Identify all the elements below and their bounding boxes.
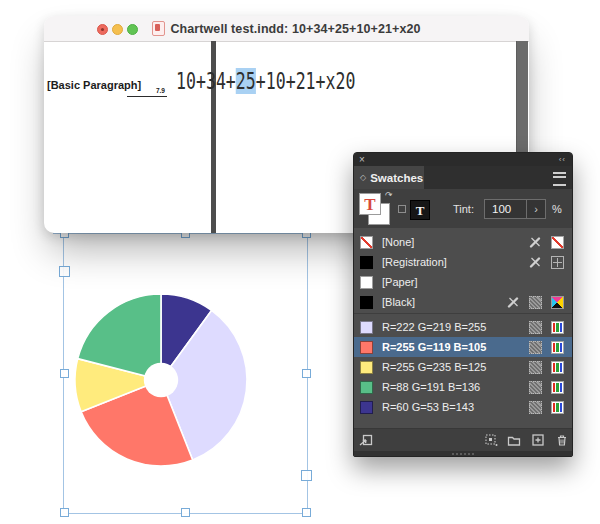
- panel-resize-handle[interactable]: [354, 451, 572, 456]
- t-glyph: T: [416, 204, 425, 217]
- dotted-square-icon: [529, 341, 542, 354]
- text-after: +10+21+x20: [256, 68, 356, 94]
- panel-tabbar: ◇ Swatches: [354, 166, 572, 189]
- unsaved-dot-icon: [101, 28, 104, 31]
- swatch-row[interactable]: [None]: [354, 232, 572, 252]
- pencil-slash-icon: [529, 236, 542, 249]
- tab-cycle-icon[interactable]: ◇: [360, 173, 366, 182]
- text-in-port[interactable]: [59, 266, 70, 277]
- panel-bottombar: [354, 428, 572, 451]
- swatch-row-icons: [529, 361, 564, 374]
- swatch-chip-icon: [360, 236, 373, 249]
- swatch-list[interactable]: [None][Registration][Paper][Black]R=222 …: [354, 228, 572, 429]
- swatch-row-icons: [529, 256, 564, 269]
- panel-controls: T ↷ T Tint: 100 › %: [354, 189, 572, 228]
- zoom-button[interactable]: [127, 24, 138, 35]
- frame-handle[interactable]: [302, 508, 311, 517]
- story-text[interactable]: 10+34+25+10+21+x20: [176, 68, 355, 94]
- frame-handle[interactable]: [302, 369, 311, 378]
- swatch-row-icons: [507, 296, 564, 309]
- tint-percent-label: %: [552, 203, 562, 215]
- tint-value[interactable]: 100: [485, 203, 526, 215]
- swatch-chip-icon: [360, 256, 373, 269]
- swatch-chip-icon: [360, 276, 373, 289]
- swatch-row[interactable]: R=60 G=53 B=143: [354, 397, 572, 417]
- fill-proxy[interactable]: T: [359, 193, 381, 215]
- text-out-port[interactable]: [301, 470, 312, 481]
- new-swatch-button[interactable]: [531, 433, 545, 447]
- swatch-kinds-button[interactable]: [484, 433, 498, 447]
- swatch-chip-icon: [360, 401, 373, 414]
- dotted-square-icon: [529, 296, 542, 309]
- swatch-row[interactable]: R=255 G=235 B=125: [354, 357, 572, 377]
- donut-hole: [144, 363, 178, 397]
- pie-chart[interactable]: [61, 280, 261, 480]
- swatch-name: [Black]: [382, 296, 507, 308]
- swatch-row[interactable]: R=222 G=219 B=255: [354, 317, 572, 337]
- minimize-button[interactable]: [112, 24, 123, 35]
- swatch-row[interactable]: [Registration]: [354, 252, 572, 272]
- window-titlebar[interactable]: Chartwell test.indd: 10+34+25+10+21+x20: [44, 16, 529, 42]
- frame-handle[interactable]: [181, 508, 190, 517]
- swatch-chip-icon: [360, 321, 373, 334]
- swatch-name: R=255 G=119 B=105: [382, 341, 529, 353]
- swatch-name: R=255 G=235 B=125: [382, 361, 529, 373]
- tab-swatches[interactable]: ◇ Swatches: [354, 166, 424, 189]
- window-title: Chartwell test.indd: 10+34+25+10+21+x20: [170, 22, 420, 36]
- close-button[interactable]: [97, 24, 108, 35]
- fill-proxy-t-glyph: T: [364, 196, 375, 213]
- swatch-chip-icon: [360, 361, 373, 374]
- rgb-icon: [551, 381, 564, 394]
- cmyk-icon: [551, 296, 564, 309]
- swatch-name: R=60 G=53 B=143: [382, 401, 529, 413]
- panel-close-icon[interactable]: ×: [359, 153, 365, 166]
- swatch-chip-icon: [360, 296, 373, 309]
- none-mini-icon: [551, 236, 564, 249]
- rgb-icon: [551, 401, 564, 414]
- swatch-chip-icon: [360, 381, 373, 394]
- panel-topbar: × ‹‹: [354, 153, 572, 166]
- title-group: Chartwell test.indd: 10+34+25+10+21+x20: [152, 21, 420, 36]
- swatch-row-icons: [529, 236, 564, 249]
- text-before: 10+34+: [176, 68, 236, 94]
- tint-dropdown-icon[interactable]: ›: [526, 200, 545, 218]
- panel-menu-icon[interactable]: [553, 172, 566, 186]
- dotted-square-icon: [529, 381, 542, 394]
- tint-field[interactable]: 100 ›: [484, 199, 546, 219]
- dotted-square-icon: [529, 401, 542, 414]
- panel-collapse-icon[interactable]: ‹‹: [559, 153, 566, 166]
- swatch-name: [Paper]: [382, 276, 564, 288]
- frame-handle[interactable]: [60, 369, 69, 378]
- indesign-document-icon: [152, 21, 165, 36]
- registration-icon: [551, 256, 564, 269]
- swatch-name: R=222 G=219 B=255: [382, 321, 529, 333]
- formatting-affects-container-button[interactable]: [398, 205, 406, 213]
- swatch-row[interactable]: [Paper]: [354, 272, 572, 292]
- frame-handle[interactable]: [60, 508, 69, 517]
- pencil-slash-icon: [529, 256, 542, 269]
- rgb-icon: [551, 321, 564, 334]
- tab-label: Swatches: [370, 172, 423, 184]
- rgb-icon: [551, 361, 564, 374]
- swatch-row-icons: [529, 321, 564, 334]
- swatches-panel[interactable]: × ‹‹ ◇ Swatches T ↷ T Tint: 100 › % [Non…: [353, 152, 573, 457]
- dotted-square-icon: [529, 321, 542, 334]
- swatch-row[interactable]: R=88 G=191 B=136: [354, 377, 572, 397]
- swatch-name: [None]: [382, 236, 529, 248]
- add-to-library-button[interactable]: [359, 433, 373, 447]
- swap-fill-stroke-icon[interactable]: ↷: [384, 189, 393, 200]
- rgb-icon: [551, 341, 564, 354]
- swatch-chip-icon: [360, 341, 373, 354]
- swatch-row-icons: [529, 401, 564, 414]
- delete-swatch-button[interactable]: [555, 433, 569, 447]
- swatch-name: [Registration]: [382, 256, 529, 268]
- swatch-row-icons: [529, 381, 564, 394]
- new-color-group-button[interactable]: [507, 433, 521, 447]
- formatting-affects-text-button[interactable]: T: [410, 200, 430, 220]
- swatch-group-separator: [354, 313, 572, 316]
- swatch-row-icons: [529, 341, 564, 354]
- pencil-slash-icon: [507, 296, 520, 309]
- swatch-row[interactable]: [Black]: [354, 292, 572, 312]
- swatch-row[interactable]: R=255 G=119 B=105: [354, 337, 572, 357]
- depth-ruler-line: [127, 96, 167, 97]
